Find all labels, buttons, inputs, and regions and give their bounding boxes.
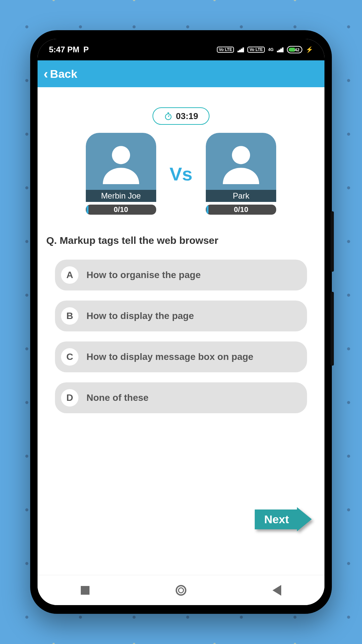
svg-point-0	[165, 114, 171, 120]
volte-badge-1: Vo LTE	[217, 47, 234, 53]
volume-button	[330, 211, 334, 272]
player-1: Merbin Joe 0/10	[86, 133, 156, 215]
stopwatch-icon	[164, 112, 173, 120]
vs-label: Vs	[170, 163, 193, 185]
recent-apps-button[interactable]	[81, 586, 89, 595]
status-app-icon: P	[83, 45, 89, 54]
charging-icon: ⚡	[306, 46, 313, 53]
player-2-score: 0/10	[206, 205, 276, 215]
answer-letter: C	[61, 348, 78, 366]
next-label: Next	[255, 509, 297, 529]
screen: 5:47 PM P Vo LTE Vo LTE 4G 42 ⚡ ‹ Back	[38, 39, 324, 605]
svg-rect-1	[168, 112, 169, 113]
volte-badge-2: Vo LTE	[247, 47, 265, 53]
status-bar: 5:47 PM P Vo LTE Vo LTE 4G 42 ⚡	[38, 39, 324, 60]
answer-text: How to display message box on page	[86, 351, 253, 363]
timer-pill: 03:19	[153, 107, 209, 125]
player-1-score: 0/10	[86, 205, 156, 215]
player-1-avatar	[86, 133, 156, 190]
signal-icon-2	[277, 47, 284, 52]
status-time: 5:47 PM	[49, 45, 79, 54]
app-header: ‹ Back	[38, 60, 324, 87]
svg-point-3	[112, 146, 130, 164]
phone-frame: 5:47 PM P Vo LTE Vo LTE 4G 42 ⚡ ‹ Back	[30, 30, 332, 614]
back-chevron-icon[interactable]: ‹	[44, 66, 48, 82]
back-nav-button[interactable]	[273, 585, 281, 596]
answer-text: How to organise the page	[86, 269, 201, 281]
answer-text: How to display the page	[86, 310, 194, 322]
person-icon	[99, 141, 143, 184]
back-button[interactable]: Back	[50, 67, 77, 80]
power-button	[330, 292, 334, 366]
answer-letter: A	[61, 266, 78, 284]
next-button[interactable]: Next	[255, 507, 312, 531]
answer-letter: D	[61, 389, 78, 407]
answer-letter: B	[61, 307, 78, 325]
signal-icon	[237, 47, 244, 52]
answer-text: None of these	[86, 392, 148, 404]
answer-option-c[interactable]: C How to display message box on page	[55, 341, 307, 372]
svg-point-4	[232, 146, 250, 164]
android-nav-bar	[38, 575, 324, 605]
player-2: Park 0/10	[206, 133, 276, 215]
answer-option-b[interactable]: B How to display the page	[55, 301, 307, 331]
question-text: Q. Markup tags tell the web browser	[46, 235, 316, 246]
answer-option-d[interactable]: D None of these	[55, 382, 307, 413]
battery-indicator: 42	[287, 46, 302, 53]
answer-option-a[interactable]: A How to organise the page	[55, 260, 307, 290]
network-type: 4G	[268, 47, 274, 52]
player-1-name: Merbin Joe	[86, 190, 156, 202]
player-2-avatar	[206, 133, 276, 190]
player-2-name: Park	[206, 190, 276, 202]
arrow-right-icon	[297, 507, 312, 531]
front-camera	[177, 47, 185, 54]
home-button[interactable]	[176, 585, 186, 596]
timer-value: 03:19	[176, 111, 198, 121]
person-icon	[219, 141, 263, 184]
svg-line-2	[168, 115, 169, 117]
